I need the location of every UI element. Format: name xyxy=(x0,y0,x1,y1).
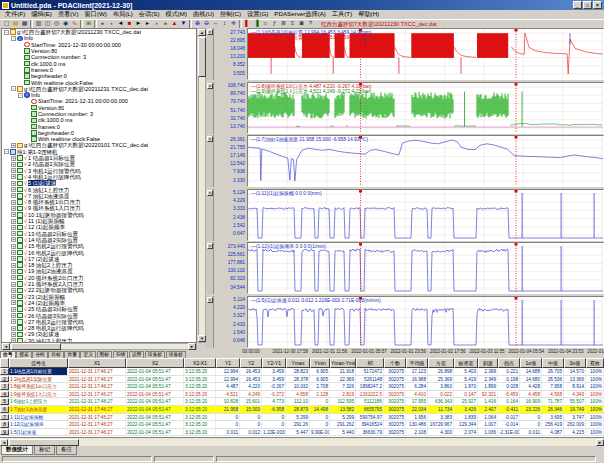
tree-tab-8[interactable]: 运用 xyxy=(129,351,145,358)
pane-button[interactable]: ± xyxy=(207,243,214,249)
pane-handle[interactable]: ± xyxy=(206,242,214,294)
expand-icon[interactable]: + xyxy=(11,181,16,186)
menu-item-0[interactable]: 文件(F) xyxy=(2,10,28,19)
bottom-tab-1[interactable]: 标记 xyxy=(34,446,55,455)
column-header-6[interactable]: Y2-Y1 xyxy=(262,358,286,368)
menu-item-3[interactable]: 窗口(W) xyxy=(82,10,110,19)
expand-icon[interactable]: + xyxy=(11,212,16,217)
plot-area[interactable]: —(1:7)油缸1油液温度 21.958 15.000 -6.958 14.93… xyxy=(247,135,604,187)
column-header-15[interactable]: 斜度 xyxy=(478,358,498,368)
expand-icon[interactable]: + xyxy=(11,219,16,224)
column-header-2[interactable]: X2 xyxy=(126,358,184,368)
grid-icon[interactable]: ⌗ xyxy=(261,20,270,28)
menu-item-9[interactable]: 设置(G) xyxy=(244,10,271,19)
tree-tab-3[interactable]: 目标 xyxy=(48,351,64,358)
find-next-icon[interactable]: ◉ xyxy=(61,20,70,28)
pane-handle[interactable]: ± xyxy=(206,135,214,187)
marker-x1-icon[interactable]: ▌ xyxy=(243,20,252,28)
column-header-13[interactable]: 方差 xyxy=(428,358,454,368)
tree-tab-4[interactable]: 质量 xyxy=(64,351,80,358)
table-row[interactable]: 61:7油缸1油液温度2021-12-31 17:46:272022-01-04… xyxy=(0,406,604,414)
properties-icon[interactable]: ≡ xyxy=(288,20,297,28)
expand-icon[interactable]: + xyxy=(11,250,16,255)
pane-handle[interactable]: ± xyxy=(206,296,214,348)
stop-icon[interactable]: ■ xyxy=(125,20,134,28)
expand-icon[interactable]: + xyxy=(11,225,16,230)
menu-item-10[interactable]: PDAServer选择(A) xyxy=(271,10,329,19)
expand-icon[interactable]: + xyxy=(11,313,16,318)
menu-item-5[interactable]: 会话(S) xyxy=(136,10,163,19)
bottom-tab-0[interactable]: 数值统计 xyxy=(1,446,33,455)
table-row[interactable]: 11:1结晶器1目标位置2021-12-31 17:46:272022-01-0… xyxy=(0,368,604,376)
menu-item-6[interactable]: 模式(M) xyxy=(162,10,190,19)
expand-icon[interactable]: + xyxy=(11,187,16,192)
column-header-8[interactable]: Ymin xyxy=(310,358,330,368)
column-header-0[interactable]: 信号名 xyxy=(9,358,68,368)
expand-icon[interactable]: + xyxy=(11,269,16,274)
table-row[interactable]: 21:2结晶器1实际位置2021-12-31 17:46:272022-01-0… xyxy=(0,376,604,384)
tree-tab-2[interactable]: 分组 xyxy=(32,351,48,358)
expand-icon[interactable]: + xyxy=(11,206,16,211)
marker-down-icon[interactable]: ▼ xyxy=(179,20,188,28)
expand-icon[interactable]: + xyxy=(11,162,16,167)
function-icon[interactable]: ƒ xyxy=(270,20,279,28)
column-header-10[interactable]: 和 xyxy=(356,358,384,368)
scroll-thumb[interactable] xyxy=(9,439,79,446)
column-header-18[interactable]: 中值 xyxy=(542,358,564,368)
pane-button[interactable]: ± xyxy=(207,29,214,35)
column-header-4[interactable]: Y1 xyxy=(216,358,240,368)
menu-item-8[interactable]: 控制(C) xyxy=(217,10,244,19)
zoom-out-icon[interactable]: ⊖ xyxy=(202,20,211,28)
table-horizontal-scrollbar[interactable]: ◄ ► xyxy=(0,437,604,446)
expand-icon[interactable]: + xyxy=(11,332,16,337)
pane-button[interactable]: ± xyxy=(207,297,214,303)
nav-last-icon[interactable]: » xyxy=(161,20,170,28)
tree-tab-0[interactable]: 信号 xyxy=(0,351,16,358)
expand-icon[interactable]: + xyxy=(11,168,16,173)
plot-area[interactable]: —(1:5)(1)起拔速 0.011 0.012 1.226E-003 2.71… xyxy=(247,296,604,348)
expand-icon[interactable]: + xyxy=(11,143,16,148)
pane-button[interactable]: ± xyxy=(207,190,214,196)
collapse-icon[interactable]: - xyxy=(11,36,16,41)
expand-icon[interactable]: + xyxy=(11,300,16,305)
expand-icon[interactable]: + xyxy=(11,237,16,242)
save-icon[interactable]: ▦ xyxy=(20,20,29,28)
column-header-17[interactable]: 1σ值 xyxy=(520,358,542,368)
expand-icon[interactable]: + xyxy=(11,319,16,324)
tree-tab-9[interactable]: 设备群 xyxy=(145,351,165,358)
column-header-14[interactable]: 标准差 xyxy=(454,358,478,368)
table-row[interactable]: 81:12(1)起振频率2021-12-31 17:46:272022-01-0… xyxy=(0,421,604,429)
scroll-thumb[interactable] xyxy=(11,343,61,350)
menu-item-2[interactable]: 查看(V) xyxy=(55,10,82,19)
expand-icon[interactable]: + xyxy=(11,288,16,293)
zoom-x-icon[interactable]: ↔ xyxy=(211,20,220,28)
expand-icon[interactable]: + xyxy=(11,263,16,268)
collapse-icon[interactable]: - xyxy=(11,86,16,91)
plot-area[interactable]: —(1:8)循环系统1出口压力 4.487 4.220 -0.267 4.19(… xyxy=(247,82,604,134)
tree-horizontal-scrollbar[interactable]: ◄ ► xyxy=(1,343,197,350)
collapse-icon[interactable]: - xyxy=(4,30,9,35)
expand-icon[interactable]: + xyxy=(11,282,16,287)
help-icon[interactable]: ? xyxy=(306,20,315,28)
print-preview-icon[interactable]: ◫ xyxy=(43,20,52,28)
expand-icon[interactable]: + xyxy=(11,256,16,261)
expand-icon[interactable]: + xyxy=(11,275,16,280)
column-header-19[interactable]: 3σ值 xyxy=(564,358,586,368)
expand-icon[interactable]: + xyxy=(11,200,16,205)
nav-first-icon[interactable]: « xyxy=(98,20,107,28)
plot-area[interactable]: —(1:1)结晶器1目标位置 12.994 16.453 3.459 14.9(… xyxy=(247,28,604,80)
table-row[interactable]: 31:8循环系统1出口压力2021-12-31 17:46:272022-01-… xyxy=(0,383,604,391)
pane-button[interactable]: ± xyxy=(207,136,214,142)
zoom-y-icon[interactable]: ↕ xyxy=(220,20,229,28)
column-header-5[interactable]: Y2 xyxy=(240,358,262,368)
menu-item-1[interactable]: 编辑(E) xyxy=(28,10,55,19)
nav-prev-page-icon[interactable]: ‹ xyxy=(107,20,116,28)
minimize-button[interactable]: _ xyxy=(573,1,582,9)
menu-item-11[interactable]: 工具(T) xyxy=(329,10,355,19)
pane-handle[interactable]: ± xyxy=(206,28,214,80)
marker-x2-icon[interactable]: ▐ xyxy=(252,20,261,28)
scroll-right-arrow[interactable]: ► xyxy=(188,343,196,350)
snapshot-icon[interactable]: ◙ xyxy=(297,20,306,28)
close-button[interactable]: × xyxy=(593,1,602,9)
expand-icon[interactable]: + xyxy=(11,174,16,179)
